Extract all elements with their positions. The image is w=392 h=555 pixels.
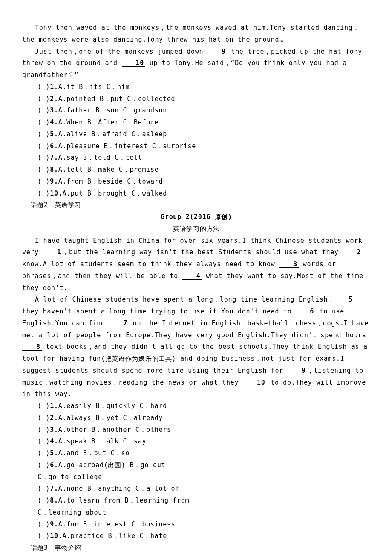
question-item: ( )3.A.other B．another C．others [22, 424, 371, 436]
option-text: A.pointed B．put C．collected [58, 95, 176, 103]
answer-bracket[interactable]: ( ) [37, 449, 50, 457]
option-text: A.speak B．talk C．say [58, 437, 147, 445]
question-item: ( )7.A.none B．anything C．a lot of [22, 483, 371, 495]
question-item: ( )10.A.put B．brought C．walked [22, 188, 371, 200]
question-number: 6. [50, 142, 58, 150]
group-2-title: Group 2(2016 原创) [22, 211, 371, 223]
blank-9: 9 [208, 49, 227, 55]
option-text: A.tell B．make C．promise [58, 166, 159, 173]
blank-8: 8 [22, 344, 42, 351]
option-text: A.father B．son C．grandson [58, 106, 167, 114]
question-number: 5. [50, 130, 58, 138]
question-item: ( )4.A.When B．After C．Before [22, 117, 371, 129]
blank-3: 3 [279, 261, 299, 268]
question-option-continued: C．learning about [22, 507, 371, 519]
blank-6: 6 [296, 308, 315, 315]
question-item: ( )5.A.alive B．afraid C．asleep [22, 129, 371, 141]
answer-bracket[interactable]: ( ) [37, 532, 50, 540]
intro-para-1: Tony then waved at the monkeys，the monke… [22, 22, 371, 46]
answer-bracket[interactable]: ( ) [37, 402, 50, 410]
question-number: 3. [50, 106, 58, 114]
option-text: A.it B．its C．him [58, 83, 130, 91]
option-text: C．learning about [37, 509, 107, 516]
question-block-1: ( )1.A.it B．its C．him( )2.A.pointed B．pu… [22, 81, 371, 200]
group-2-subtitle: 英语学习的方法 [22, 223, 371, 235]
question-number: 4. [50, 437, 58, 445]
question-item: ( )6.A.go abroad(出国) B．go out [22, 460, 371, 472]
question-number: 5. [50, 449, 58, 457]
option-text: A.from B．beside C．toward [58, 178, 163, 185]
question-item: ( )1.A.easily B．quickly C．hard [22, 400, 371, 412]
passage2-para-1: I have taught English in China for over … [22, 235, 371, 294]
blank-7: 7 [109, 320, 129, 327]
blank-4: 4 [182, 273, 202, 280]
question-number: 1. [50, 83, 58, 91]
option-text: A.to learn from B．learning from [58, 497, 190, 504]
t: know.A lot of students seem to think the… [22, 260, 279, 268]
topic-3-heading: 话题3 事物介绍 [22, 542, 371, 554]
question-number: 9. [50, 520, 58, 528]
option-text: C．go to college [37, 473, 102, 481]
question-block-2: ( )1.A.easily B．quickly C．hard( )2.A.alw… [22, 400, 371, 542]
question-number: 3. [50, 426, 58, 434]
question-number: 9. [50, 178, 58, 185]
text: Tony then waved at the monkeys，the monke… [22, 24, 359, 43]
question-number: 8. [50, 166, 58, 173]
question-item: ( )9.A.from B．beside C．toward [22, 176, 371, 188]
passage2-para-2: A lot of Chinese students have spent a l… [22, 294, 371, 400]
answer-bracket[interactable]: ( ) [37, 497, 50, 504]
answer-bracket[interactable]: ( ) [37, 130, 50, 138]
answer-bracket[interactable]: ( ) [37, 118, 50, 126]
blank-10: 10 [243, 380, 266, 386]
answer-bracket[interactable]: ( ) [37, 106, 50, 114]
blank-10: 10 [122, 60, 145, 67]
option-text: A.practice B．like C．hate [62, 532, 167, 540]
answer-bracket[interactable]: ( ) [37, 166, 50, 173]
option-text: A.pleasure B．interest C．surprise [58, 142, 196, 150]
answer-bracket[interactable]: ( ) [37, 95, 50, 103]
option-text: A.go abroad(出国) B．go out [58, 461, 165, 469]
question-number: 10. [50, 532, 62, 540]
answer-bracket[interactable]: ( ) [37, 414, 50, 422]
question-item: ( )10.A.practice B．like C．hate [22, 530, 371, 542]
question-item: ( )7.A.say B．told C．tell [22, 152, 371, 164]
blank-1: 1 [43, 249, 63, 256]
question-number: 7. [50, 485, 58, 492]
option-text: A.put B．brought C．walked [62, 190, 167, 197]
option-text: A.other B．another C．others [58, 426, 171, 434]
t: A lot of Chinese students have spent a l… [35, 296, 334, 303]
question-option-continued: C．go to college [22, 472, 371, 483]
answer-bracket[interactable]: ( ) [37, 178, 50, 185]
blank-2: 2 [343, 249, 362, 256]
question-number: 6. [50, 461, 58, 469]
option-text: A.and B．but C．so [58, 449, 130, 457]
question-number: 4. [50, 118, 58, 126]
answer-bracket[interactable]: ( ) [37, 142, 50, 150]
option-text: A.none B．anything C．a lot of [58, 485, 179, 492]
question-item: ( )8.A.to learn from B．learning from [22, 495, 371, 507]
question-item: ( )6.A.pleasure B．interest C．surprise [22, 141, 371, 152]
answer-bracket[interactable]: ( ) [37, 83, 50, 91]
question-item: ( )3.A.father B．son C．grandson [22, 105, 371, 117]
question-item: ( )8.A.tell B．make C．promise [22, 164, 371, 176]
blank-5: 5 [334, 296, 354, 303]
question-item: ( )2.A.pointed B．put C．collected [22, 93, 371, 105]
answer-bracket[interactable]: ( ) [37, 485, 50, 492]
topic-2-heading: 话题2 英语学习 [22, 199, 371, 211]
answer-bracket[interactable]: ( ) [37, 520, 50, 528]
question-item: ( )2.A.always B．yet C．already [22, 412, 371, 424]
option-text: A.easily B．quickly C．hard [58, 402, 167, 410]
option-text: A.fun B．interest C．business [58, 520, 176, 528]
answer-bracket[interactable]: ( ) [37, 437, 50, 445]
option-text: A.say B．told C．tell [58, 154, 142, 161]
answer-bracket[interactable]: ( ) [37, 154, 50, 161]
question-item: ( )4.A.speak B．talk C．say [22, 436, 371, 448]
answer-bracket[interactable]: ( ) [37, 190, 50, 197]
answer-bracket[interactable]: ( ) [37, 461, 50, 469]
question-number: 8. [50, 497, 58, 504]
t: they haven't spent a long time trying to… [22, 308, 296, 315]
intro-para-2: Just then，one of the monkeys jumped down… [22, 46, 371, 81]
answer-bracket[interactable]: ( ) [37, 426, 50, 434]
t: ，but the learning way isn't the best.Stu… [62, 248, 343, 256]
question-number: 2. [50, 95, 58, 103]
